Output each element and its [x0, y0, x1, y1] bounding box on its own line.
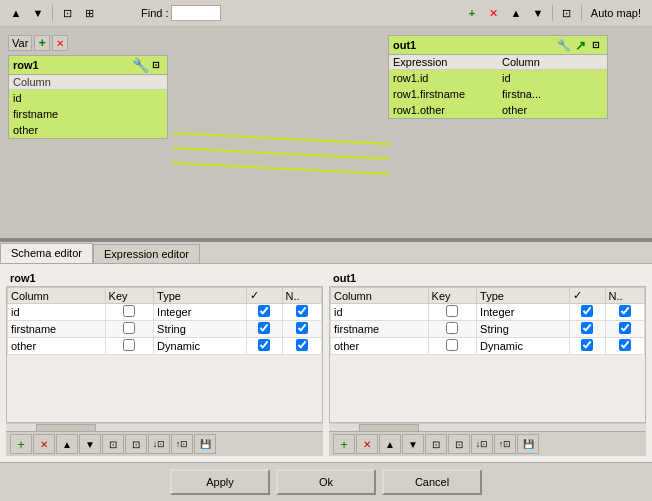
- left-schema-table-wrap: Column Key Type ✓ N.. id Integer: [6, 286, 323, 423]
- left-s-key-0: [105, 304, 154, 321]
- left-row-1[interactable]: firstname: [9, 106, 167, 122]
- right-row-0[interactable]: row1.id id: [389, 70, 607, 86]
- right-row-2[interactable]: row1.other other: [389, 102, 607, 118]
- right-row-1[interactable]: row1.firstname firstna...: [389, 86, 607, 102]
- left-schema-row-1[interactable]: firstname String: [8, 321, 322, 338]
- copy-btn[interactable]: ⊡: [57, 3, 77, 23]
- left-up-btn[interactable]: ▲: [56, 434, 78, 454]
- right-n-cb-2[interactable]: [619, 339, 631, 351]
- left-paste-btn[interactable]: ⊡: [125, 434, 147, 454]
- left-import-btn[interactable]: ↓⊡: [148, 434, 170, 454]
- left-checked-cb-2[interactable]: [258, 339, 270, 351]
- right-col-column: Column: [498, 55, 607, 69]
- right-scrollbar[interactable]: [329, 423, 646, 431]
- right-table-title: out1: [393, 39, 416, 51]
- right-key-cb-2[interactable]: [446, 339, 458, 351]
- right-table: out1 🔧 ↗ ⊡ Expression Column row1.id id: [388, 35, 608, 119]
- left-checked-cb-1[interactable]: [258, 322, 270, 334]
- right-down-btn[interactable]: ▼: [402, 434, 424, 454]
- right-copy-btn[interactable]: ⊡: [425, 434, 447, 454]
- left-schema-panel: row1 Column Key Type ✓ N.. i: [6, 270, 323, 456]
- left-table: row1 🔧 ⊡ Column id firstname other: [8, 55, 168, 139]
- left-schema-table: Column Key Type ✓ N.. id Integer: [7, 287, 322, 355]
- left-icon-1[interactable]: 🔧: [133, 58, 147, 72]
- left-save-btn[interactable]: 💾: [194, 434, 216, 454]
- map-up-btn[interactable]: ▲: [506, 3, 526, 23]
- left-icon-2[interactable]: ⊡: [149, 58, 163, 72]
- var-remove-btn[interactable]: ✕: [52, 35, 68, 51]
- remove-mapping-btn[interactable]: ✕: [484, 3, 504, 23]
- left-key-cb-1[interactable]: [123, 322, 135, 334]
- right-icon-1[interactable]: 🔧: [557, 38, 571, 52]
- right-s-col-2: other: [331, 338, 429, 355]
- right-key-cb-0[interactable]: [446, 305, 458, 317]
- left-checked-cb-0[interactable]: [258, 305, 270, 317]
- left-export-btn[interactable]: ↑⊡: [171, 434, 193, 454]
- left-key-cb-2[interactable]: [123, 339, 135, 351]
- map-down-btn[interactable]: ▼: [528, 3, 548, 23]
- left-s-type-0: Integer: [154, 304, 247, 321]
- left-copy-btn[interactable]: ⊡: [102, 434, 124, 454]
- right-checked-cb-0[interactable]: [581, 305, 593, 317]
- right-n-cb-1[interactable]: [619, 322, 631, 334]
- left-s-col-0: id: [8, 304, 106, 321]
- left-s-checked-2: [247, 338, 282, 355]
- left-scrollbar-thumb[interactable]: [36, 424, 96, 432]
- left-table-header: row1 🔧 ⊡: [9, 56, 167, 75]
- left-schema-title: row1: [6, 270, 323, 286]
- right-scrollbar-thumb[interactable]: [359, 424, 419, 432]
- left-n-cb-0[interactable]: [296, 305, 308, 317]
- right-icon-3[interactable]: ⊡: [589, 38, 603, 52]
- var-add-btn[interactable]: +: [34, 35, 50, 51]
- right-table-container: out1 🔧 ↗ ⊡ Expression Column row1.id id: [388, 35, 608, 119]
- left-add-btn[interactable]: +: [10, 434, 32, 454]
- tab-expression-editor[interactable]: Expression editor: [93, 244, 200, 263]
- right-up-btn[interactable]: ▲: [379, 434, 401, 454]
- left-n-cb-1[interactable]: [296, 322, 308, 334]
- right-th-n: N..: [605, 288, 644, 304]
- right-checked-cb-1[interactable]: [581, 322, 593, 334]
- add-mapping-btn[interactable]: +: [462, 3, 482, 23]
- right-add-btn[interactable]: +: [333, 434, 355, 454]
- right-remove-btn[interactable]: ✕: [356, 434, 378, 454]
- ok-button[interactable]: Ok: [276, 469, 376, 495]
- right-schema-row-2[interactable]: other Dynamic: [331, 338, 645, 355]
- right-icon-2[interactable]: ↗: [573, 38, 587, 52]
- right-n-cb-0[interactable]: [619, 305, 631, 317]
- right-export-btn[interactable]: ↑⊡: [494, 434, 516, 454]
- right-paste-btn[interactable]: ⊡: [448, 434, 470, 454]
- auto-map-btn[interactable]: Auto map!: [586, 3, 646, 23]
- left-schema-row-0[interactable]: id Integer: [8, 304, 322, 321]
- right-schema-row-1[interactable]: firstname String: [331, 321, 645, 338]
- left-key-cb-0[interactable]: [123, 305, 135, 317]
- left-down-btn[interactable]: ▼: [79, 434, 101, 454]
- right-schema-row-0[interactable]: id Integer: [331, 304, 645, 321]
- apply-button[interactable]: Apply: [170, 469, 270, 495]
- right-s-checked-1: [570, 321, 605, 338]
- right-s-n-2: [605, 338, 644, 355]
- right-s-n-1: [605, 321, 644, 338]
- find-input[interactable]: [171, 5, 221, 21]
- map-copy-btn[interactable]: ⊡: [557, 3, 577, 23]
- right-key-cb-1[interactable]: [446, 322, 458, 334]
- left-row-0[interactable]: id: [9, 90, 167, 106]
- right-checked-cb-2[interactable]: [581, 339, 593, 351]
- tab-schema-editor[interactable]: Schema editor: [0, 243, 93, 263]
- right-cell-expr-1: row1.firstname: [389, 88, 498, 100]
- right-col-expression: Expression: [389, 55, 498, 69]
- down-btn[interactable]: ▼: [28, 3, 48, 23]
- left-scrollbar[interactable]: [6, 423, 323, 431]
- right-table-header: out1 🔧 ↗ ⊡: [389, 36, 607, 55]
- right-import-btn[interactable]: ↓⊡: [471, 434, 493, 454]
- right-save-btn[interactable]: 💾: [517, 434, 539, 454]
- screen-btn[interactable]: ⊞: [79, 3, 99, 23]
- action-bar: Apply Ok Cancel: [0, 462, 652, 501]
- right-s-n-0: [605, 304, 644, 321]
- left-remove-btn[interactable]: ✕: [33, 434, 55, 454]
- cancel-button[interactable]: Cancel: [382, 469, 482, 495]
- left-schema-row-2[interactable]: other Dynamic: [8, 338, 322, 355]
- up-btn[interactable]: ▲: [6, 3, 26, 23]
- left-n-cb-2[interactable]: [296, 339, 308, 351]
- left-row-2[interactable]: other: [9, 122, 167, 138]
- find-label: Find :: [141, 7, 169, 19]
